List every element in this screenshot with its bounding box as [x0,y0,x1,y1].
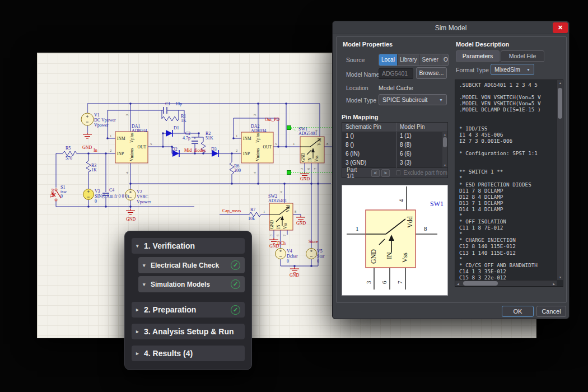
schematic-label: Vss [283,223,288,229]
tab-parameters[interactable]: Parameters [456,50,500,62]
expand-triangle-icon[interactable]: ▸ [136,351,144,356]
scroll-down-icon[interactable]: ▼ [559,276,562,279]
scroll-up-icon[interactable]: ▲ [559,81,562,85]
verification-item-label: Simulation Models [151,281,231,288]
scroll-right-icon[interactable]: ▶ [553,282,555,286]
pin-table-scrollbar[interactable]: ▲ ▼ [442,132,447,167]
schematic-label: 6 [276,234,279,236]
scrollbar-thumb[interactable] [463,281,498,286]
verification-item-label: Electrical Rule Check [151,262,231,269]
preview-label: 8 [424,225,427,232]
schematic-label: INP [117,151,124,156]
schematic-label: IN [276,225,281,229]
scroll-left-icon[interactable]: ◀ [457,282,459,286]
format-type-label: Format Type [456,67,489,73]
schematic-label: GND [300,176,310,181]
browse-button[interactable]: Browse... [416,67,447,79]
pin-table-row[interactable]: 8 ()8 (8) [342,141,447,150]
schematic-label: 2 [236,148,237,152]
expand-triangle-icon[interactable]: ▾ [143,282,151,287]
schematic-label: Vplus [129,133,134,143]
verification-item[interactable]: ▾Electrical Rule Check✓ [138,257,245,273]
dialog-title[interactable]: Sim Model [333,21,569,34]
model-type-value: SPICE Subcircuit [382,96,428,103]
schematic-pin-cell: 1 () [342,132,396,141]
preview-label: 6 [381,281,388,284]
schematic-label: Out_PD [265,117,279,122]
schematic-label: GND [301,152,306,162]
schematic-label: 570 [66,156,72,161]
pin-table-row[interactable]: 6 (IN)6 (6) [342,150,447,159]
schematic-label: OUT [263,144,272,150]
schematic-label: Vdd [317,138,322,146]
model-pin-cell: 8 (8) [396,141,439,150]
cancel-button[interactable]: Cancel [536,306,566,317]
pin-table-header: Schematic Pin Model Pin [342,123,447,132]
schematic-label: AD8034 [251,128,267,133]
verification-item[interactable]: ▾1. Verification [132,238,245,254]
exclude-part-checkbox[interactable] [396,170,401,175]
schematic-label: GND [126,217,136,222]
scrollbar-thumb[interactable] [443,137,447,147]
schematic-label: 3 [300,168,304,170]
source-option-library[interactable]: Library [398,54,420,66]
schematic-label: Mid_diodes [184,148,206,153]
schematic-label: GND [82,145,92,150]
pin-mapping-table[interactable]: Schematic Pin Model Pin 1 ()1 (1)8 ()8 (… [342,122,448,168]
schematic-label: 1 [110,134,111,138]
model-type-label: Model Type [346,97,376,104]
schematic-label: C1 [165,101,170,106]
schematic-label: 7 [313,167,317,170]
schematic-label: R7 [250,207,255,212]
check-icon: ✓ [231,305,240,315]
expand-triangle-icon[interactable]: ▸ [136,307,144,312]
schematic-label: SIN(0 Am fr 0 0 0) [95,194,129,199]
pin-table-row[interactable]: 1 ()1 (1) [342,132,447,141]
verification-item-label: 1. Verification [144,241,240,250]
schematic-label: VSRC [137,194,148,199]
schematic-label: Cap_meas [222,208,241,213]
schematic-label: GND [290,273,300,278]
next-part-button[interactable]: > [381,169,390,177]
scroll-up-icon[interactable]: ▲ [442,133,447,136]
verification-item[interactable]: ▸3. Analysis Setup & Run [132,324,245,339]
part-counter: Part 1/1 [347,167,363,179]
code-horizontal-scrollbar[interactable]: ◀ ▶ [455,280,557,286]
preview-label: GND [370,249,377,264]
verification-item[interactable]: ▸2. Preparation✓ [132,302,245,318]
schematic-label: V3 [95,189,100,194]
verification-item[interactable]: ▾Simulation Models✓ [138,276,245,292]
schematic-label: GND [269,220,274,229]
schematic-label: Vminus [255,148,260,161]
code-vertical-scrollbar[interactable]: ▲ ▼ [557,80,563,280]
tab-model-file[interactable]: Model File [501,50,544,62]
schematic-label: Store [309,239,318,244]
ok-button[interactable]: OK [502,306,534,317]
verification-item-label: 3. Analysis Setup & Run [144,327,240,336]
source-option-server[interactable]: Server [419,54,441,66]
expand-triangle-icon[interactable]: ▸ [136,329,144,334]
schematic-label: 4.7p [183,136,190,141]
expand-triangle-icon[interactable]: ▾ [136,243,144,249]
prev-part-button[interactable]: < [371,169,380,177]
scroll-down-icon[interactable]: ▼ [442,164,447,167]
schematic-label: D2 [172,147,178,152]
expand-triangle-icon[interactable]: ▾ [143,263,151,268]
schematic-label: V4 [287,249,292,254]
verification-item[interactable]: ▸4. Results (4) [132,346,245,361]
schematic-pin-col: Schematic Pin [342,123,396,132]
close-icon[interactable]: ✕ [553,22,568,33]
model-type-dropdown[interactable]: SPICE Subcircuit ▼ [379,94,447,105]
schematic-label: Vminus [129,148,134,161]
scrollbar-thumb[interactable] [558,88,562,119]
format-type-dropdown[interactable]: MixedSim ▼ [491,64,534,75]
schematic-label: AD8034 [132,128,147,133]
source-option-octopa[interactable]: Octopa [441,54,449,66]
model-name-input[interactable]: ADG5401 [379,68,413,79]
preview-label: 3 [365,281,372,284]
source-option-local[interactable]: Local [379,54,398,66]
schematic-label: Stor [317,254,325,259]
schematic-label: 2 [110,148,111,152]
schematic-label: DC Vpower [94,118,116,123]
model-file-viewer[interactable]: .SUBCKT ADG5401 1 2 3 4 5 .MODEL VON VSW… [455,80,563,287]
